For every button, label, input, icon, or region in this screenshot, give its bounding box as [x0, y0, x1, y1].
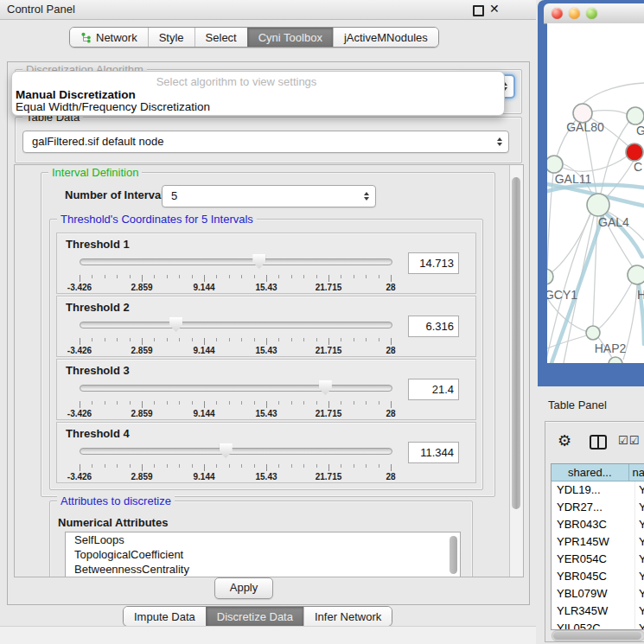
list-scrollbar-thumb[interactable]: [450, 536, 457, 574]
network-edge[interactable]: [547, 173, 553, 272]
attribute-list-item[interactable]: TopologicalCoefficient: [66, 547, 460, 562]
minimize-traffic-light[interactable]: [569, 8, 580, 19]
slider-track[interactable]: [80, 322, 392, 328]
tab-cyni-toolbox[interactable]: Cyni Toolbox: [247, 28, 333, 47]
network-node[interactable]: [628, 265, 644, 284]
network-node-label: GAL4: [598, 215, 629, 229]
cell-name[interactable]: YBR0: [635, 568, 644, 585]
cell-name[interactable]: YDR2: [635, 499, 644, 516]
float-panel-icon[interactable]: [473, 5, 484, 16]
column-header-name[interactable]: na: [629, 464, 644, 481]
split-view-icon[interactable]: [590, 435, 607, 450]
table-row[interactable]: YPR145WYPR1: [552, 533, 644, 551]
tab-discretize-data[interactable]: Discretize Data: [206, 607, 303, 626]
slider-tick: [167, 464, 168, 468]
tab-label: jActiveMNodules: [344, 31, 428, 44]
dropdown-option-manual-discretization[interactable]: Manual Discretization: [16, 88, 136, 101]
table-row[interactable]: YBR045CYBR0: [552, 568, 644, 585]
table-horizontal-scrollbar[interactable]: [552, 630, 644, 641]
scrollbar-thumb[interactable]: [553, 632, 641, 640]
cell-shared-name[interactable]: YER054C: [552, 551, 635, 568]
threshold-value-field[interactable]: [408, 316, 459, 337]
network-edge[interactable]: [583, 83, 644, 104]
slider-tick: [354, 275, 354, 278]
cell-name[interactable]: YLR3: [635, 603, 644, 620]
tab-label: Network: [96, 31, 137, 44]
table-data-combobox[interactable]: galFiltered.sif default node: [22, 131, 509, 153]
network-node[interactable]: [547, 156, 563, 173]
table-row[interactable]: YDL19...YDL1: [552, 481, 644, 499]
scrollbar-thumb[interactable]: [512, 177, 520, 509]
network-node[interactable]: [587, 194, 609, 216]
close-traffic-light[interactable]: [552, 8, 563, 19]
table-row[interactable]: YLR345WYLR3: [552, 603, 644, 620]
cell-name[interactable]: YBL0: [635, 585, 644, 603]
dropdown-option-equal-width-frequency[interactable]: Equal Width/Frequency Discretization: [16, 100, 210, 113]
cell-name[interactable]: YBR0: [635, 516, 644, 533]
close-panel-icon[interactable]: ✕: [489, 2, 500, 16]
network-canvas[interactable]: GAL80GACGAL11GAL4GCY1HHAP2: [547, 23, 644, 363]
slider-tick-labels: -3.4262.8599.14415.4321.71528: [80, 409, 391, 418]
table-row[interactable]: YBR043CYBR0: [552, 516, 644, 533]
network-edge[interactable]: [599, 283, 632, 328]
network-node[interactable]: [627, 107, 644, 124]
cell-shared-name[interactable]: YPR145W: [552, 533, 635, 551]
cell-name[interactable]: YIL0: [635, 620, 644, 630]
tab-style[interactable]: Style: [148, 28, 194, 47]
tab-infer-network[interactable]: Infer Network: [303, 607, 392, 626]
number-of-intervals-combobox[interactable]: 5: [162, 185, 376, 207]
slider-thumb[interactable]: [169, 317, 182, 332]
tab-select[interactable]: Select: [194, 28, 247, 47]
attribute-list-item[interactable]: BetweennessCentrality: [66, 562, 460, 577]
network-edge[interactable]: [591, 111, 628, 114]
network-edge[interactable]: [606, 161, 634, 198]
cell-shared-name[interactable]: YBL079W: [552, 585, 635, 603]
slider-tick: [341, 464, 341, 468]
cell-shared-name[interactable]: YLR345W: [552, 603, 635, 620]
slider-tick-label: 21.715: [316, 472, 342, 481]
slider-tick: [117, 401, 118, 405]
apply-button[interactable]: Apply: [214, 577, 273, 599]
network-node[interactable]: [626, 143, 643, 161]
network-node[interactable]: [586, 326, 600, 340]
slider-tick-label: 28: [386, 409, 395, 418]
slider-tick: [303, 464, 304, 468]
slider-tick: [179, 275, 180, 278]
table-row[interactable]: YER054CYER0: [552, 551, 644, 568]
zoom-traffic-light[interactable]: [586, 8, 597, 19]
table-row[interactable]: YBL079WYBL0: [552, 585, 644, 603]
cell-shared-name[interactable]: YBR045C: [552, 568, 635, 585]
attribute-list-item[interactable]: SelfLoops: [66, 532, 460, 547]
network-node[interactable]: [609, 357, 622, 363]
slider-thumb[interactable]: [252, 254, 265, 269]
threshold-value-field[interactable]: [408, 379, 459, 400]
cell-shared-name[interactable]: YDR27...: [552, 499, 635, 516]
tab-impute-data[interactable]: Impute Data: [124, 607, 206, 626]
settings-vertical-scrollbar[interactable]: [509, 165, 523, 577]
slider-tick: [254, 401, 255, 405]
cell-shared-name[interactable]: YIL052C: [552, 620, 635, 630]
table-row[interactable]: YDR27...YDR2: [552, 499, 644, 516]
slider-track[interactable]: [80, 258, 392, 265]
slider-tick-label: 9.144: [193, 346, 214, 355]
control-panel-tabs: Network Style Select Cyni Toolbox jActiv…: [69, 27, 439, 48]
select-columns-icon[interactable]: ☑☑: [618, 434, 640, 447]
gear-icon[interactable]: ⚙: [558, 431, 571, 450]
cell-shared-name[interactable]: YDL19...: [552, 481, 635, 499]
tab-network[interactable]: Network: [70, 28, 148, 47]
slider-track[interactable]: [80, 385, 392, 392]
slider-tick: [316, 275, 317, 278]
tab-jactivemnodules[interactable]: jActiveMNodules: [333, 28, 438, 47]
cell-name[interactable]: YPR1: [635, 533, 644, 551]
table-row[interactable]: YIL052CYIL0: [552, 620, 644, 630]
cell-shared-name[interactable]: YBR043C: [552, 516, 635, 533]
column-header-shared-name[interactable]: shared...: [552, 464, 629, 481]
slider-thumb[interactable]: [220, 443, 233, 458]
numerical-attributes-list[interactable]: SelfLoopsTopologicalCoefficientBetweenne…: [65, 532, 461, 577]
slider-thumb[interactable]: [319, 380, 332, 395]
threshold-value-field[interactable]: [408, 252, 459, 274]
slider-track[interactable]: [80, 448, 392, 455]
cell-name[interactable]: YDL1: [635, 481, 644, 499]
threshold-value-field[interactable]: [408, 442, 459, 463]
cell-name[interactable]: YER0: [635, 551, 644, 568]
